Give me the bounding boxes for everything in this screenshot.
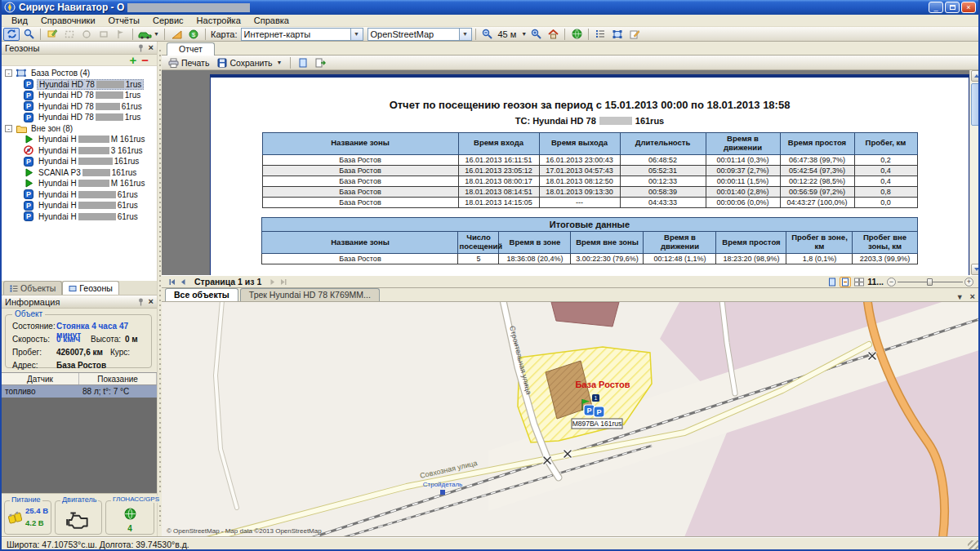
- next-page-button[interactable]: [270, 278, 276, 286]
- resize-grip[interactable]: [968, 540, 978, 551]
- chevron-down-icon[interactable]: ▼: [521, 31, 527, 37]
- tab-menu-icon[interactable]: ▼: [956, 293, 964, 301]
- zoom-slider-plus[interactable]: +: [964, 278, 973, 287]
- map-source-combo[interactable]: Интернет-карты ▼: [241, 28, 363, 41]
- draw-circle-button[interactable]: [78, 28, 95, 41]
- restore-button[interactable]: [945, 2, 960, 13]
- home-button[interactable]: [545, 28, 561, 41]
- menu-item[interactable]: Сервис: [146, 16, 190, 25]
- tree-item[interactable]: Hyundai HМ 161rus: [2, 134, 157, 145]
- menu-item[interactable]: Справочники: [34, 16, 102, 25]
- edit-zones-button[interactable]: [44, 28, 60, 41]
- menu-item[interactable]: Настройка: [190, 16, 247, 25]
- tree-item[interactable]: -Вне зон (8): [2, 123, 157, 135]
- tree-item[interactable]: PHyundai HD 781rus: [2, 112, 157, 123]
- tree-item[interactable]: PHyundai H61rus: [2, 189, 157, 201]
- select-area-button[interactable]: [609, 28, 626, 41]
- last-page-button[interactable]: [279, 278, 287, 286]
- scroll-up-button[interactable]: [971, 70, 980, 82]
- prev-page-button[interactable]: [180, 278, 186, 286]
- list-button[interactable]: [592, 28, 608, 41]
- vehicle-suffix: 161rus: [635, 116, 664, 126]
- close-tab-icon[interactable]: ×: [970, 292, 975, 301]
- menu-item[interactable]: Справка: [247, 16, 296, 25]
- selection-icon: [612, 29, 622, 39]
- application-window: Сириус Навигатор - О _ × ВидСправочникиО…: [0, 0, 980, 551]
- tree-item[interactable]: Hyundai HМ 161rus: [2, 178, 157, 189]
- save-button[interactable]: Сохранить ▼: [214, 56, 285, 69]
- scrollbar-thumb[interactable]: [971, 83, 980, 126]
- summary-table: Итоговые данныеНазвание зоныЧисло посеще…: [261, 217, 917, 264]
- zoom-in-button[interactable]: [528, 28, 544, 41]
- menu-item[interactable]: Отчёты: [102, 16, 146, 25]
- zoom-slider-thumb[interactable]: [927, 278, 933, 286]
- scroll-down-button[interactable]: [971, 264, 980, 275]
- pin-icon[interactable]: [137, 44, 145, 52]
- measure-button[interactable]: [168, 28, 185, 41]
- flag-button[interactable]: [113, 28, 129, 41]
- speed-label: Скорость:: [12, 335, 50, 344]
- address-label: Адрес:: [12, 361, 38, 370]
- map-canvas[interactable]: Строительная улица Совхозная улица Строй…: [162, 302, 980, 537]
- power-label: Питание: [10, 495, 42, 504]
- add-zone-button[interactable]: +: [129, 56, 136, 64]
- close-panel-icon[interactable]: ×: [149, 297, 154, 306]
- zoom-out-button[interactable]: [479, 28, 496, 41]
- tree-item[interactable]: PHyundai HD 781rus: [2, 90, 157, 101]
- map-source-label: Карта:: [211, 29, 238, 39]
- first-page-button[interactable]: [168, 278, 176, 286]
- menu-bar: ВидСправочникиОтчётыСервисНастройкаСправ…: [2, 15, 978, 27]
- view-layout-button[interactable]: [295, 56, 311, 69]
- map-scale-value[interactable]: 45 м: [498, 29, 517, 39]
- table-cell: 00:58:39: [620, 186, 706, 197]
- redacted-text: [78, 136, 109, 143]
- menu-item[interactable]: Вид: [5, 16, 34, 25]
- draw-polygon-button[interactable]: [96, 28, 112, 41]
- edit-note-button[interactable]: [626, 28, 643, 41]
- tree-item[interactable]: PHyundai H61rus: [2, 200, 157, 211]
- pin-icon[interactable]: [137, 298, 145, 306]
- chevron-down-icon: ▼: [154, 31, 159, 37]
- remove-zone-button[interactable]: −: [141, 56, 149, 64]
- zoom-select-button[interactable]: [20, 28, 37, 41]
- tree-item[interactable]: SCANIA P3161rus: [2, 167, 157, 179]
- print-button[interactable]: Печать: [165, 56, 212, 69]
- zoom-slider[interactable]: − +: [887, 278, 973, 287]
- export-button[interactable]: [313, 56, 329, 69]
- one-page-view-button[interactable]: [828, 278, 836, 287]
- globe-button[interactable]: [568, 28, 585, 41]
- pan-mode-button[interactable]: [3, 28, 20, 41]
- tree-item[interactable]: PHyundai HD 781rus: [2, 79, 157, 91]
- tree-item[interactable]: Hyundai H3 161rus: [2, 145, 157, 157]
- map-layer-combo[interactable]: OpenStreetMap ▼: [368, 28, 472, 41]
- tree-item[interactable]: PHyundai H161rus: [2, 156, 157, 167]
- close-panel-icon[interactable]: ×: [149, 43, 154, 52]
- parking-status-icon: P: [23, 211, 34, 221]
- column-header: Время в движении: [644, 232, 716, 254]
- gps-label: ГЛОНАСС/GPS: [111, 495, 161, 503]
- tab-geozones[interactable]: Геозоны: [62, 281, 118, 295]
- tree-item[interactable]: -База Ростов (4): [2, 68, 157, 79]
- multi-page-view-button[interactable]: [854, 278, 864, 287]
- sensor-row[interactable]: топливо88 л; t°: 7 °C: [2, 385, 157, 398]
- tree-item[interactable]: PHyundai H61rus: [2, 211, 157, 223]
- tree-expander[interactable]: -: [5, 125, 12, 132]
- draw-rect-button[interactable]: [61, 28, 78, 41]
- fit-width-button[interactable]: [840, 277, 851, 287]
- column-header: Пробег вне зоны, км: [853, 232, 917, 254]
- zoom-slider-minus[interactable]: −: [887, 278, 896, 287]
- tab-objects[interactable]: Объекты: [3, 281, 62, 295]
- report-scrollbar[interactable]: [969, 70, 980, 275]
- tab-track[interactable]: Трек Hyundai HD 78 К769ММ...: [240, 288, 380, 301]
- report-viewer[interactable]: Отчет по посещению геозон за период с 15…: [162, 70, 980, 275]
- tab-report[interactable]: Отчет: [167, 42, 215, 56]
- tree-expander[interactable]: -: [5, 69, 12, 77]
- minimize-button[interactable]: _: [929, 2, 943, 13]
- close-button[interactable]: ×: [961, 2, 976, 13]
- title-bar[interactable]: Сириус Навигатор - О _ ×: [2, 0, 978, 15]
- tab-all-objects[interactable]: Все объекты: [165, 288, 238, 301]
- tree-item[interactable]: PHyundai HD 7861rus: [2, 101, 157, 113]
- object-group-title: Объект: [12, 309, 45, 318]
- events-button[interactable]: $: [185, 28, 202, 41]
- track-button[interactable]: ▼: [136, 28, 161, 41]
